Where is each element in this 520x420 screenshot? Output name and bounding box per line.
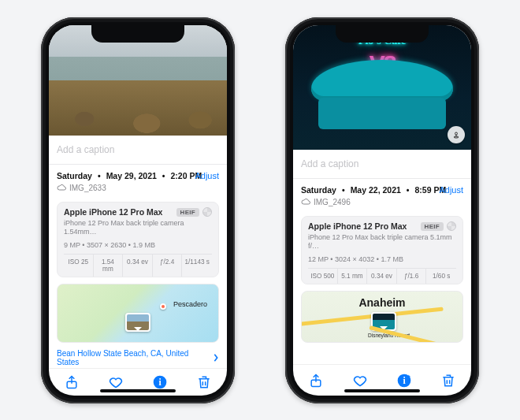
format-badge: HEIF bbox=[176, 208, 199, 217]
device-notch bbox=[91, 25, 184, 43]
format-badge: HEIF bbox=[421, 222, 444, 231]
exif-iso: ISO 25 bbox=[64, 255, 94, 277]
map-preview[interactable]: Anaheim Disneyland Resort bbox=[301, 291, 463, 343]
caption-placeholder: Add a caption bbox=[57, 144, 114, 155]
screen: Add a caption Saturday May 29, 2021 2:20… bbox=[49, 25, 227, 396]
location-link[interactable]: Bean Hollow State Beach, CA, United Stat… bbox=[57, 348, 219, 368]
delete-button[interactable] bbox=[195, 374, 213, 391]
map-poi-label: Disneyland Resort bbox=[368, 333, 410, 338]
delete-button[interactable] bbox=[440, 372, 457, 389]
exif-iso: ISO 500 bbox=[308, 269, 338, 284]
lens-description: iPhone 12 Pro Max back triple camera 5.1… bbox=[308, 233, 456, 251]
home-indicator bbox=[344, 389, 420, 392]
exif-panel: Apple iPhone 12 Pro Max HEIF iPhone 12 P… bbox=[57, 202, 219, 277]
favorite-button[interactable] bbox=[351, 372, 369, 389]
weekday: Saturday bbox=[57, 171, 92, 180]
map-thumbnail bbox=[125, 313, 150, 332]
icloud-icon bbox=[57, 183, 66, 192]
lens-description: iPhone 12 Pro Max back triple camera 1.5… bbox=[64, 219, 212, 237]
map-thumbnail bbox=[371, 312, 396, 331]
photo-hero[interactable]: Flo's Cafe V8 bbox=[293, 25, 471, 150]
resolution-spec: 9 MP • 3507 × 2630 • 1.9 MB bbox=[64, 241, 212, 250]
adjust-button[interactable]: Adjust bbox=[439, 185, 463, 195]
adjust-button[interactable]: Adjust bbox=[195, 171, 219, 180]
location-text: Bean Hollow State Beach, CA, United Stat… bbox=[57, 349, 213, 366]
date-meta: Saturday May 22, 2021 8:59 PM Adjust IMG… bbox=[293, 179, 471, 210]
phone-mockup-left: Add a caption Saturday May 29, 2021 2:20… bbox=[41, 17, 235, 403]
exif-focal: 5.1 mm bbox=[338, 269, 368, 284]
caption-placeholder: Add a caption bbox=[301, 158, 358, 169]
chevron-right-icon bbox=[213, 354, 219, 362]
exif-ev: 0.34 ev bbox=[367, 269, 397, 284]
share-button[interactable] bbox=[63, 374, 80, 391]
device-name: Apple iPhone 12 Pro Max bbox=[64, 207, 162, 217]
svg-point-4 bbox=[454, 136, 459, 138]
device-name: Apple iPhone 12 Pro Max bbox=[308, 221, 407, 231]
svg-point-3 bbox=[455, 132, 458, 135]
date-meta: Saturday May 29, 2021 2:20 PM Adjust IMG… bbox=[49, 165, 227, 195]
map-pin-icon bbox=[160, 303, 166, 310]
exif-shutter: 1/60 s bbox=[426, 269, 456, 284]
share-button[interactable] bbox=[307, 372, 325, 389]
weekday: Saturday bbox=[301, 185, 336, 195]
screen: Flo's Cafe V8 Add a caption Saturday May… bbox=[293, 25, 471, 396]
device-notch bbox=[336, 25, 429, 43]
exif-focal: 1.54 mm bbox=[94, 255, 124, 277]
exif-panel: Apple iPhone 12 Pro Max HEIF iPhone 12 P… bbox=[301, 216, 463, 284]
caption-field[interactable]: Add a caption bbox=[293, 150, 471, 179]
info-button[interactable]: i bbox=[151, 374, 169, 391]
filename: IMG_2633 bbox=[69, 184, 106, 192]
date: May 22, 2021 bbox=[351, 185, 401, 195]
exif-ev: 0.34 ev bbox=[123, 255, 153, 277]
resolution-spec: 12 MP • 3024 × 4032 • 1.7 MB bbox=[308, 255, 456, 264]
map-pin-label: Pescadero bbox=[173, 300, 207, 308]
map-city-label: Anaheim bbox=[358, 296, 405, 309]
exif-aperture: ƒ/2.4 bbox=[153, 255, 183, 277]
filename: IMG_2496 bbox=[314, 198, 351, 206]
photo-cafe-scene: Flo's Cafe V8 bbox=[293, 25, 471, 150]
caption-field[interactable]: Add a caption bbox=[49, 136, 227, 165]
sensor-icon bbox=[447, 221, 456, 231]
home-indicator bbox=[100, 389, 176, 392]
ar-lookup-button[interactable] bbox=[448, 126, 465, 143]
phone-mockup-right: Flo's Cafe V8 Add a caption Saturday May… bbox=[285, 17, 479, 403]
info-button-sparkle[interactable]: i bbox=[396, 372, 413, 389]
exif-shutter: 1/1143 s bbox=[182, 255, 212, 277]
icloud-icon bbox=[301, 197, 310, 206]
map-preview[interactable]: Pescadero bbox=[57, 284, 219, 343]
exif-aperture: ƒ/1.6 bbox=[397, 269, 427, 284]
date: May 29, 2021 bbox=[106, 171, 157, 180]
favorite-button[interactable] bbox=[107, 374, 124, 391]
sensor-icon bbox=[202, 207, 212, 217]
